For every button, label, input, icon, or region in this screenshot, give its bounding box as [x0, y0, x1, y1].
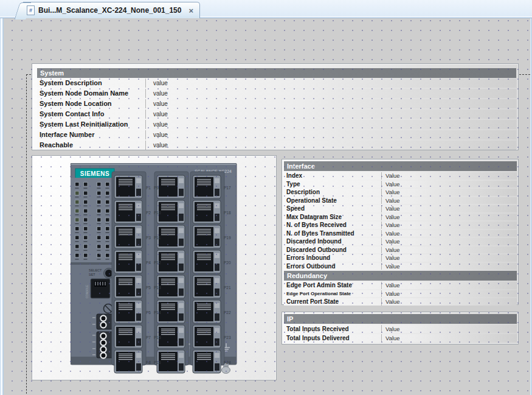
editor-tab[interactable]: # Bui...M_Scalance_XC-224_None_001_150 × [23, 2, 200, 18]
table-header: IP [284, 314, 517, 324]
table-row: N. of Bytes TransmittedValue [284, 230, 517, 237]
field-value: Value [381, 214, 517, 221]
table-row: DescriptionValue [284, 189, 517, 196]
field-value: Value [381, 325, 517, 333]
table-row: System Node Domain Namevalue [37, 89, 516, 98]
set-label: SET [89, 273, 95, 276]
field-label: Discarded Outbound [284, 246, 381, 254]
table-row: System Node Locationvalue [37, 99, 516, 108]
field-value: Value [381, 197, 517, 204]
field-value: value [145, 110, 516, 119]
table-row: Discarded InboundValue [284, 238, 517, 245]
port-label: P11 [154, 236, 161, 240]
field-value: Value [381, 230, 517, 237]
field-label: N. of Bytes Transmitted [284, 230, 381, 237]
field-value: value [145, 89, 516, 98]
port-label: P14 [154, 310, 161, 315]
table-row: Reachablevalue [37, 141, 516, 150]
select-label: SELECT [89, 268, 102, 272]
field-label: System Contact Info [37, 110, 145, 119]
ip-table: IP Total Inputs ReceivedValueTotal Input… [284, 314, 517, 343]
field-label: Errors Inbound [284, 254, 381, 262]
table-row: SpeedValue [284, 205, 517, 212]
tab-title: Bui...M_Scalance_XC-224_None_001_150 [38, 6, 181, 15]
field-value: value [145, 79, 516, 88]
port-label: P7 [146, 335, 151, 340]
window-left-border [0, 18, 4, 395]
field-value: Value [381, 189, 517, 196]
port-label: P19 [224, 236, 231, 240]
port-label: P4 [146, 260, 151, 265]
field-label: Operational State [284, 197, 381, 204]
field-label: Type [284, 181, 381, 188]
field-value: value [145, 120, 516, 129]
field-value: value [145, 141, 516, 150]
table-row: TypeValue [284, 181, 517, 188]
port-label: P18 [224, 211, 231, 215]
port-label: P1 [146, 186, 151, 190]
port-label: P8 [146, 360, 151, 365]
table-header: Redundancy [284, 271, 517, 281]
field-value: Value [381, 298, 517, 306]
port-label: P13 [154, 285, 161, 290]
field-label: Edge Port Operational State [284, 290, 381, 298]
console-label: CONSOLE [86, 285, 89, 298]
table-row: Errors OutboundValue [284, 263, 517, 270]
field-value: Value [381, 282, 517, 289]
port-label: P16 [154, 360, 161, 365]
tab-close-icon[interactable]: × [188, 6, 193, 15]
field-label: System Node Location [37, 99, 145, 108]
port-label: P6 [146, 310, 151, 315]
table-row: IndexValue [284, 172, 517, 180]
ip-panel[interactable]: IP Total Inputs ReceivedValueTotal Input… [282, 312, 519, 344]
field-label: Max Datagram Size [284, 214, 381, 221]
tab-strip: # Bui...M_Scalance_XC-224_None_001_150 × [0, 0, 532, 18]
port-label: P15 [154, 335, 161, 340]
field-label: Edge Port Admin State [284, 282, 381, 289]
port-label: P12 [154, 260, 161, 265]
field-label: System Node Domain Name [37, 89, 145, 98]
field-value: Value [381, 254, 517, 262]
table-row: Total Inputs ReceivedValue [284, 325, 517, 333]
system-panel[interactable]: System System DescriptionvalueSystem Nod… [32, 63, 519, 150]
mounting-stud [222, 367, 230, 374]
interface-table: Interface IndexValueTypeValueDescription… [284, 161, 517, 307]
port-label: P20 [224, 260, 231, 265]
table-row: Current Port StateValue [284, 298, 517, 306]
field-label: N. of Bytes Received [284, 222, 381, 229]
device-image-panel[interactable]: SIEMENS SCALANCE XC224 SELECT SET CONSOL… [32, 155, 277, 380]
system-table: System System DescriptionvalueSystem Nod… [37, 68, 516, 151]
select-set-button [105, 270, 112, 277]
port-label: P2 [146, 211, 151, 215]
rj45-port-grid: P1P9P17P2P10P18P3P11P19P4P12P20P5P13P21P… [112, 172, 231, 373]
field-label: Description [284, 189, 381, 196]
siemens-logo: SIEMENS [80, 170, 110, 177]
table-row: Max Datagram SizeValue [284, 214, 517, 221]
port-label: P5 [146, 285, 151, 290]
field-label: System Last Reinitialization [37, 120, 145, 129]
field-value: Value [381, 263, 517, 270]
field-value: value [145, 99, 516, 108]
field-label: Total Inputs Received [284, 325, 381, 333]
interface-panel[interactable]: Interface IndexValueTypeValueDescription… [282, 159, 519, 305]
field-label: Speed [284, 205, 381, 212]
field-label: Total Inputs Delivered [284, 334, 381, 342]
field-label: Errors Outbound [284, 263, 381, 270]
port-label: P3 [146, 236, 151, 240]
port-label: P24 [224, 360, 231, 365]
faceplate-icon: # [27, 5, 35, 15]
table-row: Errors InboundValue [284, 254, 517, 262]
port-label: P9 [154, 186, 159, 190]
field-label: System Description [37, 79, 145, 88]
port-label: P10 [154, 211, 161, 215]
table-row: Total Inputs DeliveredValue [284, 334, 517, 342]
table-row: N. of Bytes ReceivedValue [284, 222, 517, 229]
table-row: Discarded OutboundValue [284, 246, 517, 254]
field-value: Value [381, 172, 517, 180]
table-header: System [37, 68, 516, 78]
field-value: Value [381, 238, 517, 245]
field-label: Current Port State [284, 298, 381, 306]
table-row: Edge Port Admin StateValue [284, 282, 517, 289]
field-value: Value [381, 246, 517, 254]
field-label: Interface Number [37, 130, 145, 139]
